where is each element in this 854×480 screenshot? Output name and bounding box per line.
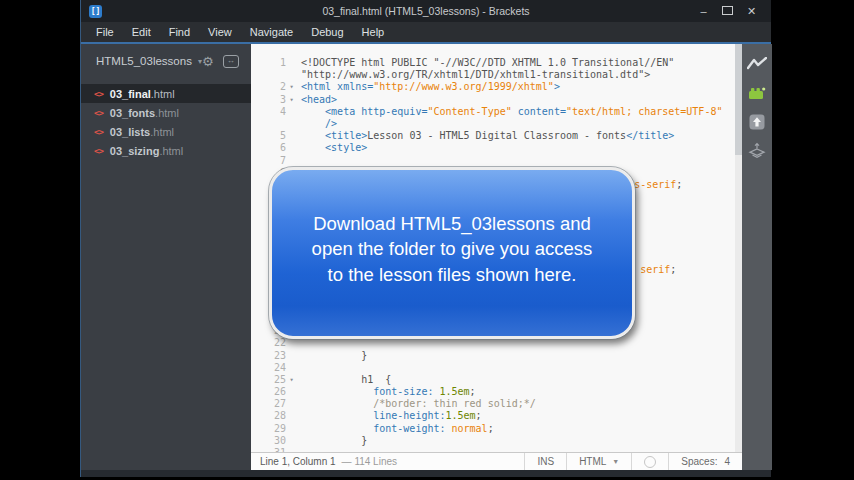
total-lines: — 114 Lines: [342, 456, 397, 467]
menu-bar: FileEditFindViewNavigateDebugHelp: [81, 22, 771, 42]
menu-item-edit[interactable]: Edit: [123, 22, 160, 42]
insert-mode-toggle[interactable]: INS: [524, 453, 566, 470]
lint-status[interactable]: [631, 453, 668, 470]
line-number: 1: [251, 57, 286, 69]
title-bar: [] 03_final.html (HTML5_03lessons) - Bra…: [81, 0, 771, 22]
project-name[interactable]: HTML5_03lessons: [96, 55, 192, 67]
extensions-brick-icon[interactable]: [747, 85, 767, 101]
gear-icon[interactable]: ⚙: [202, 54, 214, 69]
fold-arrow-icon[interactable]: ▾: [286, 81, 297, 93]
indent-setting[interactable]: Spaces: 4: [668, 453, 742, 470]
menu-item-navigate[interactable]: Navigate: [241, 22, 302, 42]
brackets-window: [] 03_final.html (HTML5_03lessons) - Bra…: [80, 0, 771, 477]
code-brackets-icon: <>: [94, 108, 103, 118]
brackets-app-icon: []: [89, 5, 102, 18]
line-number: 29: [251, 423, 286, 435]
upload-icon[interactable]: [747, 114, 767, 130]
chevron-down-icon: ▼: [612, 458, 619, 465]
menu-item-help[interactable]: Help: [353, 22, 394, 42]
fold-gutter: [286, 69, 297, 81]
line-number: 31: [251, 447, 286, 452]
line-number: 24: [251, 362, 286, 374]
code-line[interactable]: 7: [251, 155, 742, 167]
code-brackets-icon: <>: [94, 89, 103, 99]
file-list: <>03_final.html<>03_fonts.html<>03_lists…: [81, 84, 251, 160]
fold-gutter: [286, 106, 297, 118]
extension-toolbar: [742, 44, 772, 470]
line-number: [251, 69, 286, 81]
fold-arrow-icon[interactable]: ▾: [286, 374, 297, 386]
code-line[interactable]: 25▾ h1 {: [251, 374, 742, 386]
code-line[interactable]: 4 <meta http-equiv="Content-Type" conten…: [251, 106, 742, 118]
fold-gutter: [286, 447, 297, 452]
line-number: 30: [251, 435, 286, 447]
fold-gutter: [286, 423, 297, 435]
code-line[interactable]: 24: [251, 362, 742, 374]
file-item-03_fonts[interactable]: <>03_fonts.html: [81, 103, 251, 122]
code-line[interactable]: 30 }: [251, 435, 742, 447]
live-preview-icon[interactable]: [747, 56, 767, 72]
code-line[interactable]: 28 line-height:1.5em;: [251, 410, 742, 422]
code-line[interactable]: "http://www.w3.org/TR/xhtml1/DTD/xhtml1-…: [251, 69, 742, 81]
project-header: HTML5_03lessons ▾ ⚙ ↔: [81, 44, 251, 78]
code-line[interactable]: 1<!DOCTYPE html PUBLIC "-//W3C//DTD XHTM…: [251, 57, 742, 69]
line-number: 28: [251, 410, 286, 422]
line-number: 23: [251, 350, 286, 362]
line-number: [251, 118, 286, 130]
menu-item-file[interactable]: File: [87, 22, 123, 42]
callout-line: to the lesson files shown here.: [328, 262, 577, 288]
code-line[interactable]: 29 font-weight: normal;: [251, 423, 742, 435]
file-item-03_lists[interactable]: <>03_lists.html: [81, 122, 251, 141]
line-number: 3: [251, 94, 286, 106]
code-line[interactable]: 26 font-size: 1.5em;: [251, 386, 742, 398]
language-selector[interactable]: HTML▼: [566, 453, 631, 470]
cursor-position: Line 1, Column 1: [260, 456, 336, 467]
maximize-button[interactable]: [722, 6, 733, 15]
line-number: 2: [251, 81, 286, 93]
code-brackets-icon: <>: [94, 127, 103, 137]
line-number: 7: [251, 155, 286, 167]
scrollbar-thumb[interactable]: [735, 44, 742, 155]
code-line[interactable]: 3▾<head>: [251, 94, 742, 106]
status-bar: Line 1, Column 1 — 114 Lines INS HTML▼ S…: [251, 452, 742, 470]
line-number: 27: [251, 398, 286, 410]
file-item-03_final[interactable]: <>03_final.html: [81, 84, 251, 103]
code-editor[interactable]: 1<!DOCTYPE html PUBLIC "-//W3C//DTD XHTM…: [251, 44, 742, 452]
fold-gutter: [286, 118, 297, 130]
code-brackets-icon: <>: [94, 146, 103, 156]
fold-gutter: [286, 410, 297, 422]
line-number: 26: [251, 386, 286, 398]
fold-arrow-icon[interactable]: ▾: [286, 94, 297, 106]
line-number: 22: [251, 337, 286, 349]
fold-gutter: [286, 362, 297, 374]
menu-item-view[interactable]: View: [199, 22, 241, 42]
menu-item-debug[interactable]: Debug: [302, 22, 352, 42]
code-line[interactable]: 5 <title>Lesson 03 - HTML5 Digital Class…: [251, 130, 742, 142]
code-overview-icon[interactable]: [747, 143, 767, 159]
code-line[interactable]: />: [251, 118, 742, 130]
file-item-03_sizing[interactable]: <>03_sizing.html: [81, 141, 251, 160]
line-number: 6: [251, 142, 286, 154]
code-line[interactable]: 31: [251, 447, 742, 452]
vertical-scrollbar[interactable]: [735, 44, 742, 452]
line-number: 5: [251, 130, 286, 142]
fold-gutter: [286, 142, 297, 154]
split-view-icon[interactable]: ↔: [223, 55, 239, 68]
code-line[interactable]: 6 <style>: [251, 142, 742, 154]
close-button[interactable]: ✕: [746, 0, 757, 22]
line-number: 25: [251, 374, 286, 386]
menu-item-find[interactable]: Find: [160, 22, 199, 42]
fold-gutter: [286, 435, 297, 447]
minimize-button[interactable]: –: [698, 0, 709, 22]
window-title: 03_final.html (HTML5_03lessons) - Bracke…: [81, 5, 771, 17]
code-line[interactable]: 22: [251, 337, 742, 349]
fold-gutter: [286, 386, 297, 398]
code-line[interactable]: 27 /*border: thin red solid;*/: [251, 398, 742, 410]
code-line[interactable]: 2▾<html xmlns="http://www.w3.org/1999/xh…: [251, 81, 742, 93]
code-line[interactable]: 23 }: [251, 350, 742, 362]
callout-line: Download HTML5_03lessons and: [313, 211, 591, 237]
window-bottom-border: [81, 470, 771, 477]
fold-gutter: [286, 130, 297, 142]
callout-line: open the folder to give you access: [312, 236, 593, 262]
tutorial-callout: Download HTML5_03lessons and open the fo…: [269, 167, 635, 339]
